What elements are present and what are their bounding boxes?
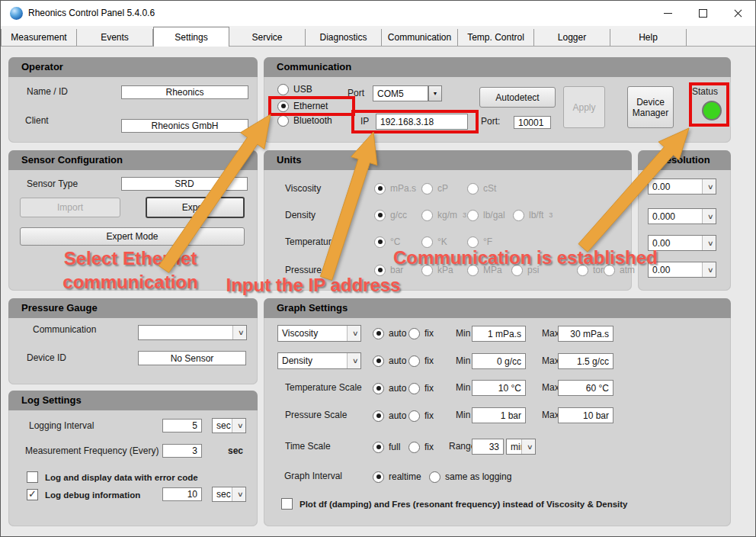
kgm3-radio[interactable] bbox=[421, 210, 433, 221]
tab-help[interactable]: Help bbox=[610, 29, 687, 46]
temperature-max-label: Max bbox=[542, 381, 559, 394]
density-units-label: Density bbox=[285, 209, 316, 221]
graph-series2-select[interactable]: Density bbox=[277, 352, 361, 369]
range-unit-select[interactable]: min bbox=[506, 439, 536, 455]
log-error-code-checkbox[interactable] bbox=[27, 471, 38, 483]
temperature-max-input[interactable]: 60 °C bbox=[558, 380, 613, 396]
gcc-radio[interactable] bbox=[374, 210, 386, 221]
tab-temp-control[interactable]: Temp. Control bbox=[458, 29, 534, 46]
density-fix-radio[interactable] bbox=[408, 355, 420, 367]
celsius-radio[interactable] bbox=[374, 236, 386, 248]
lbgal-radio[interactable] bbox=[467, 210, 479, 221]
viscosity-max-input[interactable]: 30 mPa.s bbox=[558, 326, 613, 342]
tab-measurement[interactable]: Measurement bbox=[1, 29, 77, 46]
time-full-radio[interactable] bbox=[373, 442, 384, 453]
status-highlight-box bbox=[689, 82, 729, 127]
com-port-dropdown-button[interactable]: ▼ bbox=[428, 85, 442, 101]
density-min-input[interactable]: 0 g/cc bbox=[472, 353, 526, 369]
viscosity-min-label: Min bbox=[456, 327, 470, 339]
resolution-panel: Resolution 0.00 0.000 0.00 0.00 bbox=[638, 150, 731, 291]
com-port-select[interactable]: COM5 bbox=[373, 85, 428, 101]
temperature-resolution-select[interactable]: 0.00 bbox=[648, 235, 716, 251]
density-auto-radio[interactable] bbox=[373, 355, 384, 367]
tab-service[interactable]: Service bbox=[229, 29, 306, 46]
range-input[interactable]: 33 bbox=[472, 439, 504, 455]
maximize-button[interactable] bbox=[685, 1, 720, 26]
usb-radio-option: USB bbox=[277, 83, 312, 95]
viscosity-fix-radio[interactable] bbox=[408, 328, 420, 339]
temperature-min-input[interactable]: 10 °C bbox=[472, 380, 526, 396]
density-min-label: Min bbox=[456, 355, 470, 367]
log-debug-unit-select[interactable]: sec bbox=[212, 487, 246, 502]
realtime-radio[interactable] bbox=[373, 471, 384, 483]
name-id-input[interactable]: Rheonics bbox=[121, 85, 248, 99]
density-max-input[interactable]: 1.5 g/cc bbox=[558, 353, 613, 369]
input-ip-annotation: Input the IP address bbox=[225, 273, 402, 297]
tab-logger[interactable]: Logger bbox=[534, 29, 610, 46]
same-as-logging-radio[interactable] bbox=[429, 471, 440, 483]
ethernet-highlight-box bbox=[268, 96, 355, 116]
cp-radio[interactable] bbox=[421, 183, 433, 195]
pressure-fix-radio[interactable] bbox=[408, 410, 420, 422]
density-unit-kgm3: kg/m3 bbox=[421, 209, 466, 221]
sensor-type-value: SRD bbox=[121, 177, 248, 191]
pressure-min-input[interactable]: 1 bar bbox=[472, 407, 526, 423]
viscosity-auto-radio[interactable] bbox=[373, 328, 384, 339]
resolution-panel-title: Resolution bbox=[638, 150, 731, 170]
time-fix-option: fix bbox=[408, 441, 434, 453]
temperature-fix-radio[interactable] bbox=[408, 383, 420, 394]
close-button[interactable] bbox=[720, 1, 755, 26]
minimize-button[interactable] bbox=[650, 1, 685, 26]
tcp-port-input[interactable]: 10001 bbox=[514, 116, 551, 129]
tab-communication[interactable]: Communication bbox=[382, 29, 458, 46]
apply-button[interactable]: Apply bbox=[563, 86, 605, 128]
log-debug-checkbox[interactable] bbox=[27, 489, 38, 500]
density-auto-option: auto bbox=[373, 355, 406, 367]
pressure-resolution-select[interactable]: 0.00 bbox=[648, 262, 716, 278]
logging-interval-label: Logging Interval bbox=[29, 420, 94, 432]
tab-settings[interactable]: Settings bbox=[153, 27, 229, 47]
viscosity-resolution-select[interactable]: 0.00 bbox=[648, 178, 716, 195]
usb-radio[interactable] bbox=[277, 84, 289, 95]
log-error-code-label: Log and display data with error code bbox=[45, 471, 198, 484]
viscosity-min-input[interactable]: 1 mPa.s bbox=[472, 326, 526, 342]
graph-series1-select[interactable]: Viscosity bbox=[277, 325, 361, 342]
tab-diagnostics[interactable]: Diagnostics bbox=[306, 29, 382, 46]
units-panel: Units Viscosity mPa.s cP cSt Density g/c… bbox=[264, 150, 632, 291]
log-debug-interval-input[interactable]: 10 bbox=[162, 487, 202, 501]
device-manager-button[interactable]: Device Manager bbox=[627, 86, 674, 128]
logging-interval-input[interactable]: 5 bbox=[162, 419, 202, 432]
density-fix-option: fix bbox=[408, 355, 434, 367]
density-resolution-select[interactable]: 0.000 bbox=[648, 208, 716, 224]
bluetooth-radio-option: Bluetooth bbox=[277, 114, 332, 127]
measurement-frequency-label: Measurement Frequency (Every) bbox=[25, 445, 159, 457]
mpas-radio[interactable] bbox=[374, 183, 386, 195]
import-button[interactable]: Import bbox=[20, 198, 120, 217]
autodetect-button[interactable]: Autodetect bbox=[479, 87, 556, 108]
pressure-fix-option: fix bbox=[408, 410, 434, 422]
minimize-icon bbox=[664, 13, 672, 14]
logging-interval-unit-select[interactable]: sec bbox=[212, 418, 246, 433]
pressure-min-label: Min bbox=[456, 409, 470, 421]
lbft3-radio[interactable] bbox=[513, 210, 524, 221]
log-settings-panel: Log Settings Logging Interval 5 sec Meas… bbox=[8, 391, 258, 526]
gauge-communication-label: Communication bbox=[33, 323, 96, 336]
time-fix-radio[interactable] bbox=[408, 442, 420, 453]
pressure-max-input[interactable]: 10 bar bbox=[558, 407, 613, 423]
tab-events[interactable]: Events bbox=[77, 29, 153, 46]
graph-interval-label: Graph Interval bbox=[284, 470, 342, 482]
time-scale-label: Time Scale bbox=[285, 440, 331, 452]
client-input[interactable]: Rheonics GmbH bbox=[121, 119, 248, 133]
expert-mode-button[interactable]: Expert Mode bbox=[20, 227, 245, 246]
measurement-frequency-input[interactable]: 3 bbox=[162, 444, 202, 458]
temperature-auto-radio[interactable] bbox=[373, 383, 384, 394]
cst-radio[interactable] bbox=[467, 183, 479, 195]
gauge-communication-select[interactable] bbox=[138, 325, 247, 340]
plot-df-fres-checkbox[interactable] bbox=[281, 498, 293, 510]
pressure-auto-radio[interactable] bbox=[373, 410, 384, 422]
temperature-min-label: Min bbox=[456, 381, 470, 394]
export-button[interactable]: Export bbox=[146, 197, 245, 218]
viscosity-auto-option: auto bbox=[373, 327, 406, 339]
bluetooth-radio[interactable] bbox=[277, 115, 289, 127]
viscosity-units-label: Viscosity bbox=[285, 182, 321, 195]
